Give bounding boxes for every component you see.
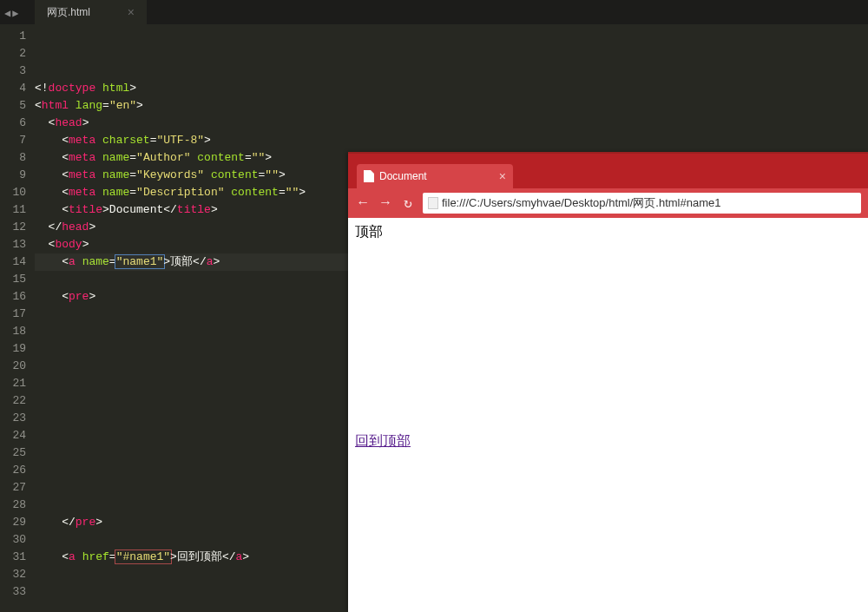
back-to-top-link[interactable]: 回到顶部 <box>355 433 411 448</box>
tab-close-icon[interactable]: × <box>128 5 135 19</box>
reload-button[interactable]: ↻ <box>400 195 416 211</box>
browser-content: 顶部 回到顶部 <box>348 218 868 612</box>
tab-bar: 网页.html × <box>0 0 868 24</box>
url-text: file:///C:/Users/smyhvae/Desktop/html/网页… <box>442 195 721 211</box>
nav-right-icon[interactable]: ▶ <box>12 8 18 20</box>
file-icon <box>364 170 374 182</box>
url-bar[interactable]: file:///C:/Users/smyhvae/Desktop/html/网页… <box>423 193 861 214</box>
code-line[interactable]: <!doctype html> <box>35 80 868 97</box>
page-top-text: 顶部 <box>355 223 861 241</box>
code-line[interactable]: <html lang="en"> <box>35 97 868 115</box>
editor-tab[interactable]: 网页.html × <box>35 0 148 24</box>
url-file-icon <box>428 197 438 209</box>
browser-tab-title: Document <box>379 170 427 182</box>
code-line[interactable]: <head> <box>35 115 868 132</box>
nav-left-icon[interactable]: ◀ <box>4 8 10 20</box>
back-button[interactable]: ← <box>355 195 371 211</box>
browser-tab-close-icon[interactable]: × <box>499 169 506 183</box>
browser-tab-strip: Document × <box>348 154 868 188</box>
nav-arrows: ◀▶ <box>3 7 19 20</box>
browser-window: Document × ← → ↻ file:///C:/Users/smyhva… <box>348 152 868 612</box>
line-gutter: 1234567891011121314151617181920212223242… <box>0 24 35 612</box>
code-line[interactable]: <meta charset="UTF-8"> <box>35 132 868 149</box>
tab-label: 网页.html <box>47 5 90 20</box>
browser-tab[interactable]: Document × <box>357 164 513 188</box>
forward-button[interactable]: → <box>378 195 393 211</box>
browser-toolbar: ← → ↻ file:///C:/Users/smyhvae/Desktop/h… <box>348 188 868 218</box>
